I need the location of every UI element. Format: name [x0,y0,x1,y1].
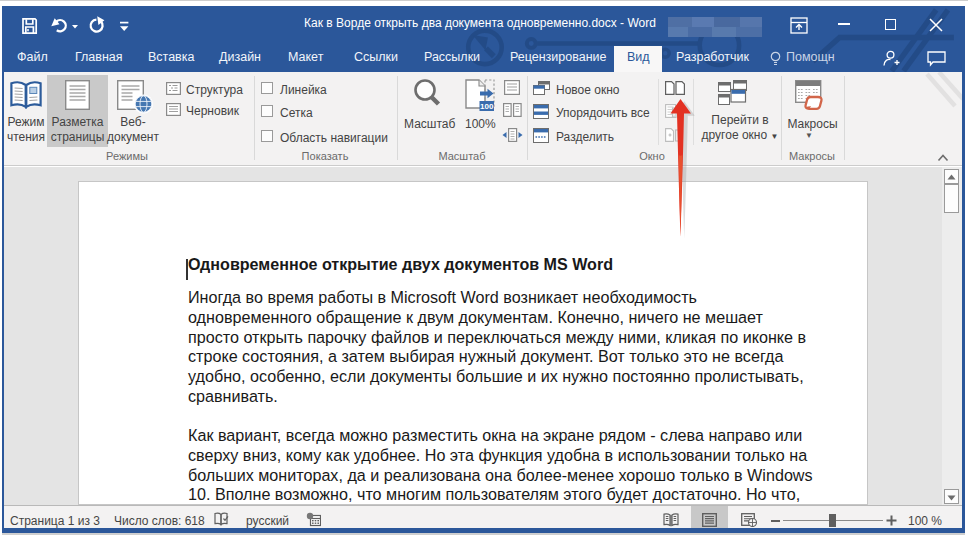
svg-text:100: 100 [480,102,494,111]
